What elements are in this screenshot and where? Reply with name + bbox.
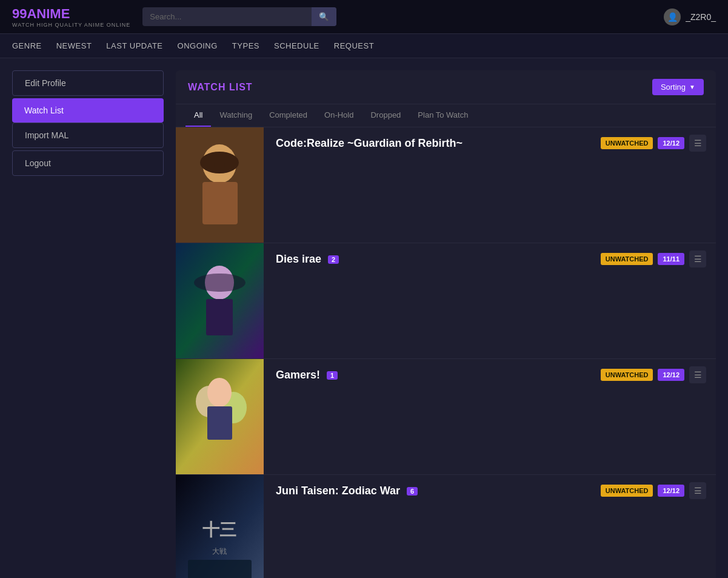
status-badge: UNWATCHED [601,253,653,265]
svg-text:十三: 十三 [202,520,236,539]
notification-badge: 6 [407,487,418,496]
main-content: Edit Profile Watch List Import MAL Logou… [0,58,728,578]
svg-point-5 [224,163,229,167]
nav-item-schedule[interactable]: SCHEDULE [274,35,319,56]
svg-rect-10 [194,274,245,292]
anime-title[interactable]: Dies irae 2 [276,253,579,266]
anime-info: Gamers! 1 [264,359,591,474]
nav-item-ongoing[interactable]: ONGOING [178,35,218,56]
svg-rect-16 [207,406,232,440]
status-badge: UNWATCHED [601,485,653,497]
anime-actions: UNWATCHED 12/12 ☰ [591,475,716,506]
search-button[interactable]: 🔍 [312,7,336,26]
episode-badge: 12/12 [658,369,684,381]
anime-thumbnail[interactable]: 十三 大戦 [176,475,264,578]
nav-item-newest[interactable]: NEWEST [56,35,92,56]
anime-thumbnail[interactable] [176,127,264,243]
anime-cover-art [176,243,264,358]
anime-row: Dies irae 2 UNWATCHED 11/11 ☰ [176,243,716,359]
anime-row: Code:Realize ~Guardian of Rebirth~ UNWAT… [176,127,716,243]
tab-plan-to-watch[interactable]: Plan To Watch [409,104,476,127]
svg-point-15 [207,378,232,407]
notification-badge: 1 [327,371,338,380]
anime-cover-art [176,359,264,474]
tab-all[interactable]: All [185,104,211,127]
sidebar-item-edit-profile[interactable]: Edit Profile [12,70,164,96]
status-badge: UNWATCHED [601,369,653,381]
user-area[interactable]: 👤 _Z2R0_ [664,8,716,25]
watchlist-tabs: All Watching Completed On-Hold Dropped P… [176,104,716,127]
anime-thumbnail[interactable] [176,243,264,358]
anime-info: Dies irae 2 [264,243,591,358]
nav-item-request[interactable]: REQUEST [334,35,374,56]
status-badge: UNWATCHED [601,137,653,149]
tab-on-hold[interactable]: On-Hold [316,104,362,127]
header: 99ANIME WATCH HIGH QUALITY ANIME ONLINE … [0,0,728,34]
search-bar: 🔍 [142,7,336,26]
logo-text: 99ANIME [12,6,130,22]
svg-rect-9 [206,299,233,335]
search-icon: 🔍 [319,12,329,21]
anime-row: 十三 大戦 Juni Taisen: Zodiac War 6 UNWATCHE… [176,475,716,578]
search-input[interactable] [142,7,312,26]
anime-actions: UNWATCHED 11/11 ☰ [591,243,716,275]
svg-point-3 [200,152,239,173]
episode-badge: 12/12 [658,485,684,497]
avatar: 👤 [664,8,681,25]
anime-title[interactable]: Code:Realize ~Guardian of Rebirth~ [276,137,579,150]
nav-item-types[interactable]: TYPES [232,35,259,56]
bookmark-button[interactable]: ☰ [689,250,706,267]
watchlist-header: WATCH LIST Sorting [176,70,716,104]
anime-thumbnail[interactable] [176,359,264,474]
svg-text:大戦: 大戦 [212,547,227,556]
anime-actions: UNWATCHED 12/12 ☰ [591,127,716,159]
tab-watching[interactable]: Watching [211,104,261,127]
episode-badge: 11/11 [658,253,684,265]
sorting-button[interactable]: Sorting [652,79,704,95]
tab-completed[interactable]: Completed [261,104,316,127]
anime-actions: UNWATCHED 12/12 ☰ [591,359,716,391]
sidebar: Edit Profile Watch List Import MAL Logou… [12,70,164,578]
watchlist-title: WATCH LIST [188,82,253,93]
anime-cover-art: 十三 大戦 [176,475,264,578]
sidebar-item-import-mal[interactable]: Import MAL [12,123,164,148]
sidebar-item-logout[interactable]: Logout [12,150,164,176]
anime-info: Juni Taisen: Zodiac War 6 [264,475,591,578]
bookmark-button[interactable]: ☰ [689,482,706,499]
nav-item-genre[interactable]: GENRE [12,35,42,56]
logo[interactable]: 99ANIME WATCH HIGH QUALITY ANIME ONLINE [12,6,130,28]
logo-subtitle: WATCH HIGH QUALITY ANIME ONLINE [12,22,130,28]
notification-badge: 2 [328,255,339,264]
anime-cover-art [176,127,264,243]
tab-dropped[interactable]: Dropped [362,104,409,127]
navigation: GENRE NEWEST LAST UPDATE ONGOING TYPES S… [0,34,728,58]
svg-rect-2 [202,182,238,224]
bookmark-button[interactable]: ☰ [689,366,706,383]
watchlist-content: WATCH LIST Sorting All Watching Complete… [176,70,716,578]
sidebar-item-watch-list[interactable]: Watch List [12,98,164,123]
svg-rect-21 [188,560,252,578]
anime-title[interactable]: Juni Taisen: Zodiac War 6 [276,485,579,497]
anime-info: Code:Realize ~Guardian of Rebirth~ [264,127,591,243]
anime-title[interactable]: Gamers! 1 [276,369,579,381]
nav-item-last-update[interactable]: LAST UPDATE [106,35,162,56]
svg-point-4 [210,163,215,167]
username: _Z2R0_ [686,12,716,22]
anime-row: Gamers! 1 UNWATCHED 12/12 ☰ [176,359,716,475]
episode-badge: 12/12 [658,137,684,149]
bookmark-button[interactable]: ☰ [689,135,706,152]
